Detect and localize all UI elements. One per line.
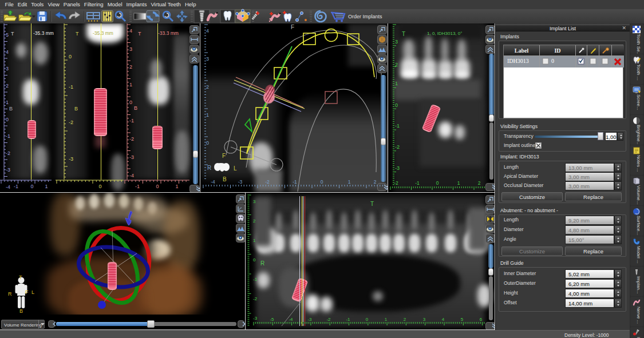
svg-text:-2: -2 [265,179,270,185]
svg-text:4: 4 [6,49,9,55]
svg-text:-1: -1 [6,133,10,139]
svg-text:1: 1 [385,317,388,322]
svg-text:1: 1 [348,179,351,185]
svg-text:5: 5 [461,317,464,322]
svg-text:3: 3 [206,56,209,62]
svg-text:-1: -1 [135,184,140,189]
svg-text:Order Implants: Order Implants [348,14,382,19]
svg-text:0: 0 [366,317,369,322]
svg-text:2: 2 [404,317,406,322]
svg-text:T: T [11,31,14,37]
svg-text:0: 0 [6,117,9,122]
svg-text:3: 3 [423,317,426,322]
svg-text:1: 1 [457,180,460,186]
svg-text:-1: -1 [415,180,420,186]
svg-text:-2: -2 [394,180,398,186]
svg-text:-3: -3 [69,156,73,162]
svg-text:ID: ID [554,47,560,54]
svg-text:T: T [76,31,79,37]
svg-text:-4: -4 [6,184,10,190]
svg-text:B: B [19,308,23,314]
svg-text:0: 0 [156,184,159,189]
svg-text:-2: -2 [395,144,400,150]
svg-text:1: 1 [45,184,48,189]
svg-text:-1: -1 [129,118,134,124]
svg-text:B: B [74,106,78,112]
svg-text:-3: -3 [307,317,312,322]
svg-text:0: 0 [253,257,256,263]
svg-text:-1: -1 [346,317,350,322]
svg-text:3: 3 [6,66,9,71]
svg-text:-5: -5 [270,317,274,322]
svg-text:0: 0 [98,184,101,189]
svg-text:1: 1 [129,82,132,88]
svg-text:-1: -1 [293,179,297,185]
svg-text:1, 0, IDH3013, 0°: 1, 0, IDH3013, 0° [427,31,462,36]
svg-text:-35.3 mm: -35.3 mm [93,30,113,36]
svg-text:L: L [31,289,34,295]
svg-text:2: 2 [374,179,377,185]
svg-text:-4: -4 [129,173,134,178]
svg-text:T: T [138,31,141,37]
svg-text:2: 2 [6,83,9,89]
svg-text:2: 2 [478,180,481,186]
svg-text:-4: -4 [289,317,293,322]
svg-text:-3: -3 [129,154,134,160]
svg-text:-2: -2 [129,136,134,142]
svg-text:0: 0 [30,184,33,189]
svg-text:-3: -3 [253,316,258,321]
svg-text:3: 3 [129,46,132,52]
svg-text:1: 1 [395,81,398,86]
svg-text:2: 2 [129,64,132,70]
svg-text:0: 0 [436,180,439,186]
svg-text:-1: -1 [69,84,73,90]
svg-text:-4: -4 [211,179,215,185]
svg-text:IDH3013: IDH3013 [507,58,529,64]
svg-text:3: 3 [253,199,256,204]
svg-text:1: 1 [175,184,178,189]
svg-text:-2: -2 [253,296,258,301]
svg-text:T: T [370,201,374,207]
svg-text:1: 1 [206,112,209,118]
svg-text:0: 0 [206,140,209,146]
svg-text:-3: -3 [6,167,10,173]
svg-text:6: 6 [480,317,483,322]
svg-text:-1: -1 [395,123,400,129]
svg-text:T: T [19,275,22,280]
svg-text:B: B [9,106,13,112]
svg-text:2: 2 [206,84,209,90]
svg-text:F: F [25,289,29,295]
svg-text:1: 1 [6,100,9,105]
svg-text:-33.3 mm: -33.3 mm [158,30,179,36]
svg-text:3: 3 [395,39,398,45]
svg-text:2: 2 [395,62,398,67]
svg-text:2: 2 [253,218,256,224]
svg-text:5: 5 [6,32,9,38]
svg-text:-2: -2 [6,150,10,156]
svg-text:Label: Label [515,47,529,54]
svg-text:0: 0 [129,100,132,105]
svg-text:T: T [402,31,405,37]
svg-text:-35.3 mm: -35.3 mm [33,30,54,36]
svg-text:0: 0 [69,54,72,59]
svg-text:4: 4 [442,317,445,322]
svg-text:-2: -2 [326,317,331,322]
svg-text:4: 4 [206,28,209,34]
svg-text:0: 0 [551,58,554,64]
svg-text:-1: -1 [253,277,258,282]
svg-text:1: 1 [253,238,256,243]
svg-text:0: 0 [395,102,398,108]
svg-text:-3: -3 [395,165,400,171]
svg-text:-1: -1 [14,184,18,189]
svg-text:-3: -3 [238,179,243,185]
svg-text:B: B [134,105,137,111]
svg-text:R: R [8,291,12,297]
svg-text:4: 4 [129,28,132,34]
svg-text:-2: -2 [69,120,73,125]
svg-text:R: R [260,260,264,267]
svg-text:0: 0 [321,179,323,185]
